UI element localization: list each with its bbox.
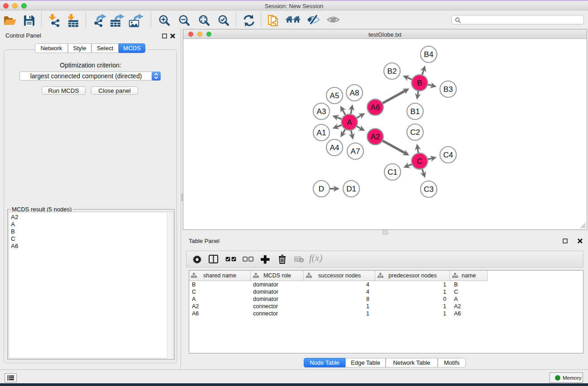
svg-text:A8: A8: [350, 89, 359, 97]
svg-text:D1: D1: [346, 185, 356, 193]
svg-text:C4: C4: [443, 151, 453, 159]
svg-text:B3: B3: [444, 85, 453, 94]
svg-text:B4: B4: [424, 50, 434, 59]
svg-text:A6: A6: [371, 103, 380, 112]
svg-text:A3: A3: [317, 107, 326, 116]
svg-text:D: D: [319, 185, 324, 193]
svg-text:C2: C2: [410, 128, 420, 137]
svg-text:C3: C3: [424, 185, 434, 194]
svg-text:C: C: [417, 157, 422, 166]
svg-text:A1: A1: [317, 129, 326, 137]
svg-text:A4: A4: [330, 143, 339, 152]
svg-text:A5: A5: [330, 91, 339, 100]
svg-text:A2: A2: [371, 133, 380, 141]
svg-text:A7: A7: [351, 147, 360, 156]
svg-text:B1: B1: [411, 107, 420, 116]
svg-text:B2: B2: [387, 67, 397, 76]
svg-text:C1: C1: [387, 168, 397, 176]
svg-text:B: B: [417, 79, 422, 87]
svg-text:A: A: [347, 118, 352, 127]
